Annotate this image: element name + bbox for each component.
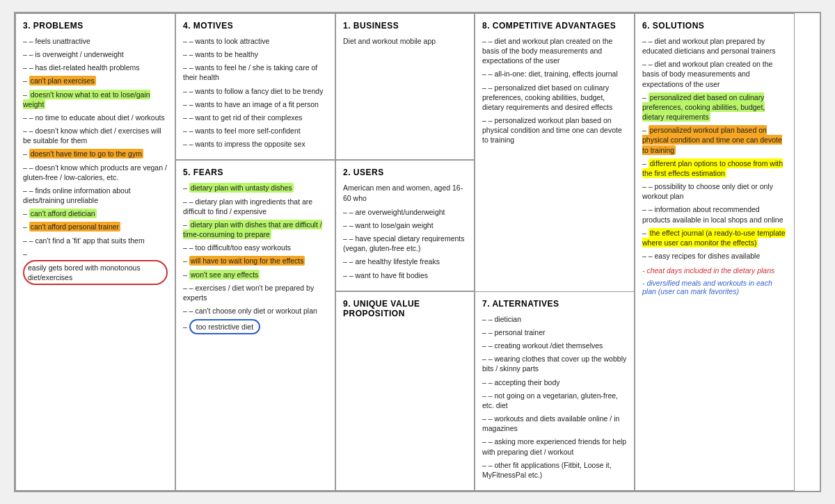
problem-item: – finds online information about diets/t… bbox=[23, 186, 168, 205]
solution-handwrite-1: - cheat days included in the dietary pla… bbox=[642, 266, 787, 275]
user-item: – are overweight/underweight bbox=[343, 207, 467, 217]
alternative-item: – wearing clothes that cover up the wobb… bbox=[482, 354, 627, 373]
solution-item: – different plan options to choose from … bbox=[642, 158, 787, 178]
business-title: 1. BUSINESS bbox=[343, 21, 467, 31]
section-business: 1. BUSINESS Diet and workout mobile app bbox=[335, 13, 475, 161]
user-item: – want to have fit bodies bbox=[343, 270, 467, 280]
section-unique: 9. UNIQUE VALUE PROPOSITION bbox=[335, 291, 475, 491]
alternative-item: – creating workout /diet themselves bbox=[482, 341, 627, 350]
solution-handwrite-2: - diversified meals and workouts in each… bbox=[642, 279, 787, 295]
problem-item: – can't find a 'fit' app that suits them bbox=[23, 236, 168, 245]
problems-title: 3. PROBLEMS bbox=[23, 21, 168, 31]
user-item: – are healthy lifestyle freaks bbox=[343, 257, 467, 266]
competitive-item: – all-in-one: diet, training, effects jo… bbox=[482, 69, 627, 79]
alternatives-title: 7. ALTERNATIVES bbox=[482, 299, 627, 309]
motive-item: – wants to have an image of a fit person bbox=[183, 99, 328, 109]
competitive-item: – personalized diet based on culinary pr… bbox=[482, 83, 627, 113]
fear-item: – dietary plan with dishes that are diff… bbox=[183, 220, 328, 239]
problem-item: – doesn't have time to go to the gym bbox=[23, 149, 168, 158]
users-title: 2. USERS bbox=[343, 168, 467, 177]
motive-item: – wants to feel he / she is taking care … bbox=[183, 63, 328, 82]
fear-item: – can't choose only diet or workout plan bbox=[183, 306, 328, 316]
fear-item: – too difficult/too easy workouts bbox=[183, 243, 328, 252]
alternative-item: – workouts and diets available online / … bbox=[482, 414, 627, 433]
motive-item: – wants to feel more self-confident bbox=[183, 126, 328, 136]
problem-item: – feels unattractive bbox=[23, 36, 168, 46]
alternative-item: – not going on a vegetarian, gluten-free… bbox=[482, 391, 627, 410]
fear-item: – dietary plan with untasty dishes bbox=[183, 183, 328, 193]
solution-item: – diet and workout plan prepared by educ… bbox=[642, 36, 787, 56]
section-alternatives: 7. ALTERNATIVES – dietician – personal t… bbox=[475, 291, 635, 491]
fear-item: – won't see any effects bbox=[183, 270, 328, 279]
user-item: – want to lose/gain weight bbox=[343, 220, 467, 230]
lean-canvas: 3. PROBLEMS – feels unattractive – is ov… bbox=[14, 12, 821, 492]
solution-item: – personalized workout plan based on phy… bbox=[642, 125, 787, 155]
motive-item: – wants to follow a fancy diet to be tre… bbox=[183, 86, 328, 96]
users-intro: American men and women, aged 16-60 who bbox=[343, 183, 467, 202]
problem-item: – doesn't know what to eat to lose/gain … bbox=[23, 90, 168, 109]
section-fears: 5. FEARS – dietary plan with untasty dis… bbox=[175, 160, 335, 491]
competitive-title: 8. COMPETITIVE ADVANTAGES bbox=[482, 21, 627, 31]
problem-item: – doesn't know which diet / exercises wi… bbox=[23, 126, 168, 145]
user-item: – have special dietary requirements (veg… bbox=[343, 234, 467, 253]
problem-item: – is overweight / underweight bbox=[23, 49, 168, 59]
fear-item: – too restrictive diet bbox=[183, 319, 328, 334]
solution-item: – information about recommended products… bbox=[642, 204, 787, 224]
alternative-item: – accepting their body bbox=[482, 377, 627, 387]
problem-item: – doesn't know which products are vegan … bbox=[23, 163, 168, 182]
section-solutions: 6. SOLUTIONS – diet and workout plan pre… bbox=[635, 13, 795, 491]
competitive-item: – personalized workout plan based on phy… bbox=[482, 115, 627, 145]
business-text: Diet and workout mobile app bbox=[343, 36, 467, 46]
alternative-item: – other fit applications (Fitbit, Loose … bbox=[482, 460, 627, 480]
alternative-item: – asking more experienced friends for he… bbox=[482, 437, 627, 456]
fear-item: – exercises / diet won't be prepared by … bbox=[183, 283, 328, 302]
problem-item: – can't plan exercises bbox=[23, 76, 168, 86]
motive-item: – wants to be healthy bbox=[183, 49, 328, 59]
competitive-item: – diet and workout plan created on the b… bbox=[482, 36, 627, 66]
solution-item: – easy recipes for dishes available bbox=[642, 251, 787, 261]
fears-title: 5. FEARS bbox=[183, 168, 328, 177]
motive-item: – want to get rid of their complexes bbox=[183, 113, 328, 122]
solution-item: – diet and workout plan created on the b… bbox=[642, 59, 787, 89]
solution-item: – the effect journal (a ready-to-use tem… bbox=[642, 228, 787, 247]
alternative-item: – dietician bbox=[482, 314, 627, 324]
fear-item: – will have to wait long for the effects bbox=[183, 256, 328, 266]
solutions-title: 6. SOLUTIONS bbox=[642, 21, 787, 31]
problem-item: – no time to educate about diet / workou… bbox=[23, 113, 168, 122]
motive-item: – wants to impress the opposite sex bbox=[183, 139, 328, 149]
alternative-item: – personal trainer bbox=[482, 327, 627, 337]
fear-item: – dietary plan with ingredients that are… bbox=[183, 197, 328, 216]
solution-item: – personalized diet based on culinary pr… bbox=[642, 92, 787, 122]
problem-item: – easily gets bored with monotonous diet… bbox=[23, 249, 168, 286]
problem-item: – can't afford dietician bbox=[23, 209, 168, 218]
unique-title: 9. UNIQUE VALUE PROPOSITION bbox=[343, 299, 467, 318]
section-motives: 4. MOTIVES – wants to look attractive – … bbox=[175, 13, 335, 161]
motive-item: – wants to look attractive bbox=[183, 36, 328, 46]
section-users: 2. USERS American men and women, aged 16… bbox=[335, 160, 475, 291]
section-problems: 3. PROBLEMS – feels unattractive – is ov… bbox=[15, 13, 175, 491]
problem-item: – can't afford personal trainer bbox=[23, 222, 168, 231]
solution-item: – possibility to choose only diet or onl… bbox=[642, 181, 787, 201]
problem-item: – has diet-related health problems bbox=[23, 63, 168, 72]
motives-title: 4. MOTIVES bbox=[183, 21, 328, 31]
